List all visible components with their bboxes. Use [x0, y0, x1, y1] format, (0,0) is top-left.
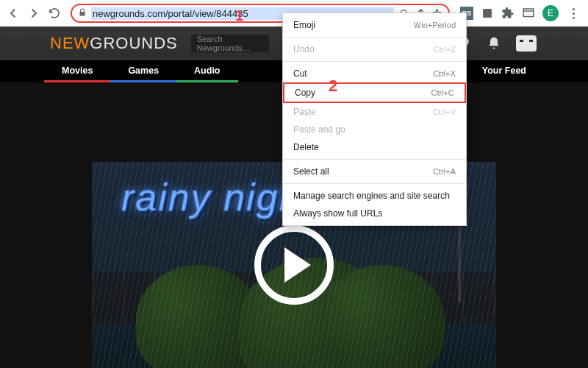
ctx-copy[interactable]: CopyCtrl+C: [283, 82, 466, 103]
ctx-cut[interactable]: CutCtrl+X: [283, 65, 466, 82]
header-right: [457, 35, 588, 52]
logo-part-grounds: GROUNDS: [90, 34, 177, 53]
annotation-2: 2: [329, 77, 337, 96]
tab-your-feed[interactable]: Your Feed: [465, 60, 544, 82]
lock-icon: [78, 7, 87, 20]
svg-rect-1: [483, 9, 492, 18]
ctx-emoji[interactable]: EmojiWin+Period: [283, 16, 466, 34]
site-search-input[interactable]: Search Newgrounds…: [191, 35, 269, 52]
ctx-show-full-urls[interactable]: Always show full URLs: [283, 205, 466, 222]
bell-icon[interactable]: [487, 36, 501, 51]
ctx-separator: [283, 37, 466, 38]
tab-audio[interactable]: Audio: [176, 60, 237, 82]
reload-button[interactable]: [46, 4, 63, 22]
ctx-undo: UndoCtrl+Z: [283, 40, 466, 58]
forward-button[interactable]: [25, 4, 43, 22]
window-icon[interactable]: [522, 7, 535, 20]
extensions-row: BS E: [457, 5, 584, 21]
tab-movies[interactable]: Movies: [44, 60, 110, 82]
ctx-delete[interactable]: Delete: [283, 138, 466, 156]
ctx-select-all[interactable]: Select allCtrl+A: [283, 163, 466, 180]
chrome-menu-icon[interactable]: [566, 8, 581, 19]
newgrounds-logo[interactable]: NEWGROUNDS: [50, 34, 178, 53]
play-button[interactable]: [254, 225, 334, 305]
extensions-puzzle-icon[interactable]: [501, 7, 514, 20]
ctx-separator: [283, 159, 466, 160]
logo-part-new: NEW: [50, 34, 90, 53]
user-face-icon[interactable]: [516, 35, 537, 52]
ctx-manage-search[interactable]: Manage search engines and site search: [283, 187, 466, 205]
annotation-1: 1: [235, 7, 243, 24]
tab-games[interactable]: Games: [110, 60, 176, 82]
profile-avatar[interactable]: E: [542, 5, 559, 21]
ctx-separator: [283, 61, 466, 62]
context-menu: EmojiWin+Period UndoCtrl+Z CutCtrl+X Cop…: [282, 13, 467, 226]
extension-script-icon[interactable]: [481, 7, 494, 20]
ctx-separator: [283, 183, 466, 184]
ctx-paste: PasteCtrl+V: [283, 103, 466, 121]
back-button[interactable]: [4, 4, 22, 22]
svg-rect-2: [523, 9, 534, 17]
ctx-paste-and-go: Paste and go: [283, 121, 466, 138]
